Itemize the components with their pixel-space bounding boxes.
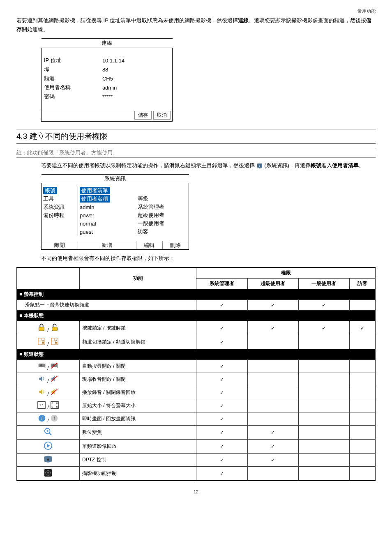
- col-permission: 權限: [196, 267, 376, 279]
- ip-label: IP 位址: [42, 56, 100, 65]
- user-row-level: 一般使用者: [136, 219, 189, 228]
- section-local: ■ 本機狀態: [17, 311, 376, 321]
- svg-rect-6: [38, 338, 41, 341]
- tool-tab[interactable]: 工具: [42, 195, 78, 203]
- svg-text:i: i: [53, 416, 55, 421]
- page-number: 12: [16, 489, 376, 494]
- col-function: 功能: [80, 267, 196, 289]
- edit-button[interactable]: 編輯: [136, 241, 162, 250]
- info-icon: i / i: [17, 412, 80, 426]
- connection-dialog: 連線 IP 位址10.1.1.14 埠88 頻道CH5 使用者名稱admin 密…: [41, 38, 173, 122]
- svg-rect-8: [51, 338, 58, 345]
- svg-text:i: i: [41, 416, 42, 421]
- chlock-icon: /: [17, 335, 80, 349]
- cancel-button[interactable]: 取消: [153, 111, 171, 120]
- svg-rect-3: [39, 327, 44, 331]
- password-value: *****: [100, 92, 161, 101]
- add-button[interactable]: 新增: [78, 241, 136, 250]
- user-row-name: power: [78, 211, 136, 219]
- permissions-table: 功能 權限 系統管理者 超級使用者 一般使用者 訪客 ■ 螢幕控制 滑鼠點一下螢…: [16, 267, 376, 481]
- row-zoom: 數位變焦: [80, 426, 196, 440]
- userlist-header: 使用者清單: [80, 187, 110, 194]
- playaudio-icon: /: [17, 386, 80, 399]
- col-level: 等級: [136, 195, 189, 203]
- channel-label: 頻道: [42, 74, 100, 83]
- row-info: 即時畫面 / 回放畫面資訊: [80, 412, 196, 426]
- col-power: 超級使用者: [247, 279, 298, 289]
- svg-rect-9: [51, 338, 54, 341]
- account-tab[interactable]: 帳號: [43, 187, 57, 194]
- port-label: 埠: [42, 65, 100, 74]
- breadcrumb: 常用功能: [16, 8, 376, 14]
- col-normal: 一般使用者: [298, 279, 349, 289]
- keylock-icon: /: [17, 321, 80, 335]
- row-size: 原始大小 / 符合螢幕大小: [80, 399, 196, 412]
- size-icon: 1:1 /: [17, 399, 80, 412]
- delete-button[interactable]: 刪除: [162, 241, 189, 250]
- save-button[interactable]: 儲存: [134, 111, 152, 120]
- user-row-level: 超級使用者: [136, 211, 189, 219]
- permissions-intro: 不同的使用者權限會有不同的操作存取權限，如下所示：: [41, 254, 376, 263]
- camera-control-icon: [17, 467, 80, 481]
- svg-point-33: [47, 472, 49, 474]
- sysinfo-icon: i: [256, 162, 265, 168]
- connection-title: 連線: [42, 39, 173, 48]
- svg-line-26: [49, 433, 52, 435]
- username-value: admin: [100, 83, 161, 92]
- row-mouse-switch: 滑鼠點一下螢幕快速切換頻道: [17, 300, 196, 311]
- channel-value: CH5: [100, 74, 161, 83]
- playback-icon: [17, 440, 80, 454]
- row-playaudio: 播放錄音 / 關閉錄音回放: [80, 386, 196, 399]
- row-dptz: DPTZ 控制: [80, 454, 196, 467]
- svg-text:1:1: 1:1: [39, 403, 44, 407]
- note-line: 註：此功能僅限「系統使用者」方能使用。: [16, 148, 376, 158]
- user-row-name: guest: [78, 228, 136, 236]
- user-row-level: 訪客: [136, 228, 189, 236]
- col-guest: 訪客: [350, 279, 376, 289]
- autosearch-icon: /: [17, 360, 80, 373]
- col-admin: 系統管理者: [196, 279, 247, 289]
- row-playback: 單頻道影像回放: [80, 440, 196, 454]
- sysinfo-title: 系統資訊: [42, 175, 189, 183]
- ip-value: 10.1.1.14: [100, 56, 161, 65]
- user-row-name: admin: [78, 203, 136, 211]
- dptz-icon: [17, 454, 80, 467]
- password-label: 密碼: [42, 92, 100, 101]
- svg-rect-7: [42, 342, 44, 344]
- svg-rect-1: [259, 168, 261, 168]
- zoom-icon: [17, 426, 80, 440]
- sysinfo-tab[interactable]: 系統資訊: [42, 203, 78, 211]
- svg-point-30: [47, 459, 49, 461]
- user-row-name: normal: [78, 219, 136, 228]
- section-screen: ■ 螢幕控制: [17, 289, 376, 300]
- row-chlock: 頻道切換鎖定 / 頻道切換解鎖: [80, 335, 196, 349]
- row-keylock: 按鍵鎖定 / 按鍵解鎖: [80, 321, 196, 335]
- leave-button[interactable]: 離開: [42, 241, 78, 250]
- section-4-3-body: 若要建立不同的使用者帳號以限制特定功能的操作，請滑鼠右鍵顯示主目錄選單，然後選擇…: [41, 161, 376, 170]
- svg-rect-4: [52, 327, 58, 331]
- section-4-3-title: 4.3 建立不同的使用者權限: [16, 129, 376, 144]
- row-liveaudio: 現場收音開啟 / 關閉: [80, 373, 196, 386]
- row-camera-control: 攝影機功能控制: [80, 467, 196, 481]
- username-label: 使用者名稱: [42, 83, 100, 92]
- col-username: 使用者名稱: [80, 195, 110, 203]
- svg-rect-10: [55, 342, 58, 344]
- row-autosearch: 自動搜尋開啟 / 關閉: [80, 360, 196, 373]
- svg-point-12: [40, 364, 42, 366]
- port-value: 88: [100, 65, 161, 74]
- liveaudio-icon: /: [17, 373, 80, 386]
- user-row-level: 系統管理者: [136, 203, 189, 211]
- section-channel: ■ 頻道狀態: [17, 349, 376, 360]
- intro-paragraph: 若要連到其他網路攝影機，請從搜尋 IP 位址清單中選取狀態為未使用的網路攝影機，…: [16, 16, 376, 34]
- backup-tab[interactable]: 備份時程: [42, 211, 78, 219]
- sysinfo-dialog: 系統資訊 帳號 使用者清單 工具 使用者名稱 等級 系統資訊 admin 系統管…: [41, 174, 189, 250]
